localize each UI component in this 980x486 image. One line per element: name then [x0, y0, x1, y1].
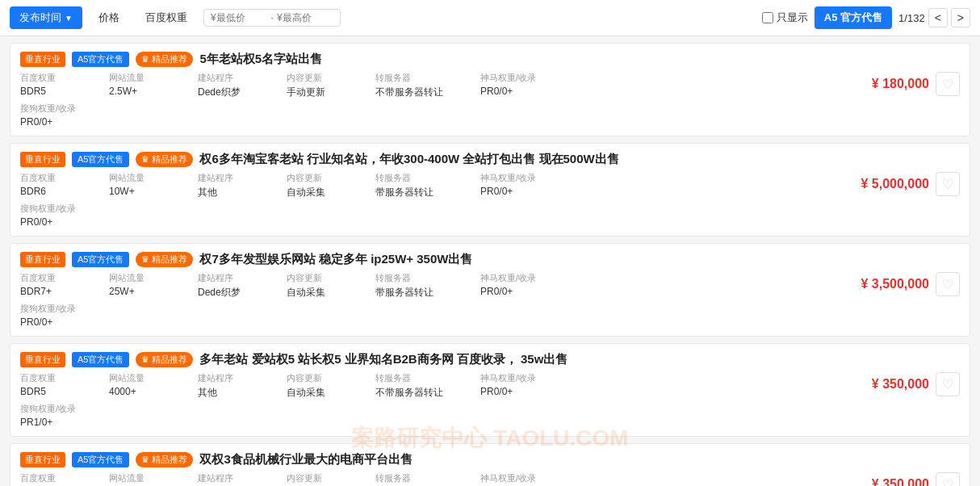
meta-value: 自动采集: [287, 386, 375, 400]
only-show-text: 只显示: [777, 10, 808, 25]
meta-value: Dede织梦: [198, 86, 287, 99]
tag-official: A5官方代售: [72, 52, 129, 67]
favorite-button[interactable]: ♡: [936, 72, 960, 96]
meta-value: 2.5W+: [109, 86, 198, 97]
meta-value: BDR5: [20, 386, 109, 397]
card-top: 垂直行业A5官方代售♛精品推荐双权3食品机械行业最大的电商平台出售: [20, 452, 960, 467]
crown-icon: ♛: [141, 254, 149, 265]
meta-cell: 内容更新自动采集: [287, 372, 375, 400]
meta-cell: 百度权重BDR7+: [20, 272, 109, 300]
meta-cell: 内容更新自动采集: [287, 272, 375, 300]
meta-cell: 百度权重BDR6: [20, 172, 109, 199]
meta-value: PR0/0+: [480, 286, 585, 297]
listing-card: 垂直行业A5官方代售♛精品推荐权6多年淘宝客老站 行业知名站，年收300-400…: [10, 143, 970, 237]
page-info: 1/132: [898, 12, 925, 24]
meta-cell: 内容更新手动更新: [287, 72, 375, 99]
favorite-button[interactable]: ♡: [936, 372, 960, 396]
meta-cell: 搜狗权重/收录PR0/0+: [20, 303, 109, 328]
card-title[interactable]: 权6多年淘宝客老站 行业知名站，年收300-400W 全站打包出售 现在500W…: [199, 152, 960, 167]
favorite-button[interactable]: ♡: [936, 272, 960, 296]
card-right: ¥ 180,000♡: [872, 72, 960, 96]
meta-label: 百度权重: [20, 72, 109, 84]
meta-label: 转服务器: [375, 372, 480, 384]
listing-card: 垂直行业A5官方代售♛精品推荐权7多年发型娱乐网站 稳定多年 ip25W+ 35…: [10, 243, 970, 337]
crown-icon: ♛: [141, 54, 149, 65]
tag-official: A5官方代售: [72, 152, 129, 167]
price-max-input[interactable]: [277, 12, 333, 23]
tag-industry: 垂直行业: [20, 152, 65, 167]
card-body: 百度权重BDR5网站流量2.5W+建站程序Dede织梦内容更新手动更新转服务器不…: [20, 72, 960, 128]
meta-value: BDR7+: [20, 286, 109, 297]
card-meta-grid: 百度权重BDR5网站流量4000+建站程序其他内容更新自动采集转服务器不带服务器…: [20, 372, 864, 428]
meta-label: 神马权重/收录: [480, 272, 585, 284]
meta-label: 网站流量: [109, 472, 198, 484]
meta-cell: 百度权重BDR5: [20, 372, 109, 400]
sort-baidu-label[interactable]: 百度权重: [136, 6, 197, 29]
sort-time-arrow-icon: ▼: [65, 14, 73, 23]
meta-value: 其他: [198, 186, 287, 199]
meta-cell: 神马权重/收录PR0/0+: [480, 72, 585, 99]
meta-value: 手动更新: [287, 86, 375, 99]
meta-label: 搜狗权重/收录: [20, 303, 109, 315]
card-price: ¥ 350,000: [872, 377, 929, 392]
meta-cell: 转服务器不带服务器转让: [375, 72, 480, 99]
meta-cell: 百度权重BDR5: [20, 72, 109, 99]
tag-official: A5官方代售: [72, 452, 129, 467]
card-price: ¥ 5,000,000: [861, 177, 929, 191]
card-meta-grid: 百度权重BDR3网站流量5000+建站程序PHP内容更新手动更新转服务器不带服务…: [20, 472, 864, 486]
only-show-checkbox[interactable]: [762, 12, 773, 23]
meta-cell: 网站流量2.5W+: [109, 72, 198, 99]
tag-recommend: ♛精品推荐: [136, 352, 193, 367]
card-top: 垂直行业A5官方代售♛精品推荐5年老站权5名字站出售: [20, 52, 960, 67]
price-min-input[interactable]: [211, 12, 267, 23]
listing-list: 垂直行业A5官方代售♛精品推荐5年老站权5名字站出售百度权重BDR5网站流量2.…: [0, 36, 980, 486]
card-right: ¥ 350,000♡: [872, 372, 960, 396]
meta-cell: 神马权重/收录PR0/0+: [480, 472, 585, 486]
meta-label: 转服务器: [375, 472, 480, 484]
meta-cell: 建站程序PHP: [198, 472, 287, 486]
meta-value: PR1/0+: [20, 417, 109, 428]
tag-recommend: ♛精品推荐: [136, 452, 193, 467]
meta-cell: 转服务器带服务器转让: [375, 272, 480, 300]
card-top: 垂直行业A5官方代售♛精品推荐权7多年发型娱乐网站 稳定多年 ip25W+ 35…: [20, 252, 960, 267]
meta-value: 10W+: [109, 186, 198, 197]
card-title[interactable]: 多年老站 爱站权5 站长权5 业界知名B2B商务网 百度收录， 35w出售: [199, 352, 960, 367]
meta-cell: 建站程序Dede织梦: [198, 272, 287, 300]
sort-time-button[interactable]: 发布时间 ▼: [10, 6, 82, 29]
card-title[interactable]: 双权3食品机械行业最大的电商平台出售: [199, 452, 960, 467]
next-page-button[interactable]: >: [951, 8, 970, 27]
meta-value: 自动采集: [287, 186, 375, 199]
official-btn[interactable]: A5 官方代售: [815, 6, 892, 29]
meta-label: 网站流量: [109, 72, 198, 84]
meta-label: 转服务器: [375, 272, 480, 284]
favorite-button[interactable]: ♡: [936, 472, 960, 486]
meta-value: 4000+: [109, 386, 198, 397]
meta-label: 百度权重: [20, 472, 109, 484]
meta-label: 转服务器: [375, 172, 480, 184]
meta-label: 建站程序: [198, 372, 287, 384]
meta-label: 网站流量: [109, 272, 198, 284]
listing-card: 垂直行业A5官方代售♛精品推荐多年老站 爱站权5 站长权5 业界知名B2B商务网…: [10, 343, 970, 437]
sort-time-label: 发布时间: [19, 10, 61, 25]
meta-label: 百度权重: [20, 272, 109, 284]
meta-cell: 网站流量10W+: [109, 172, 198, 199]
card-title[interactable]: 权7多年发型娱乐网站 稳定多年 ip25W+ 350W出售: [199, 252, 960, 267]
meta-label: 建站程序: [198, 472, 287, 484]
meta-cell: 转服务器不带服务器转让: [375, 372, 480, 400]
tag-recommend: ♛精品推荐: [136, 152, 193, 167]
meta-label: 内容更新: [287, 172, 375, 184]
tag-industry: 垂直行业: [20, 452, 65, 467]
card-title[interactable]: 5年老站权5名字站出售: [199, 52, 960, 67]
card-right: ¥ 350,000♡: [872, 472, 960, 486]
meta-value: 不带服务器转让: [375, 86, 480, 99]
favorite-button[interactable]: ♡: [936, 172, 960, 196]
meta-value: PR0/0+: [480, 386, 585, 397]
sort-price-label[interactable]: 价格: [89, 6, 129, 29]
card-body: 百度权重BDR6网站流量10W+建站程序其他内容更新自动采集转服务器带服务器转让…: [20, 172, 960, 228]
tag-industry: 垂直行业: [20, 252, 65, 267]
meta-label: 建站程序: [198, 272, 287, 284]
meta-label: 百度权重: [20, 172, 109, 184]
prev-page-button[interactable]: <: [928, 8, 948, 27]
meta-value: Dede织梦: [198, 286, 287, 300]
meta-cell: 内容更新手动更新: [287, 472, 375, 486]
